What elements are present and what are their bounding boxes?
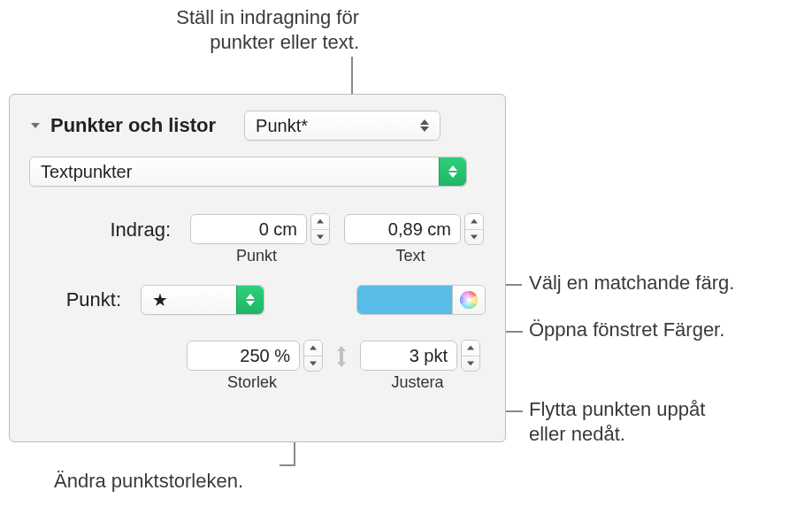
list-style-popup[interactable]: Punkt* xyxy=(244,111,440,141)
callout-move-bullet: Flytta punkten uppåteller nedåt. xyxy=(529,397,759,446)
bullet-indent-value[interactable]: 0 cm xyxy=(190,214,307,244)
list-style-value: Punkt* xyxy=(256,116,308,136)
updown-arrows-icon xyxy=(236,286,264,314)
bullets-lists-panel: Punkter och listor Punkt* Textpunkter In… xyxy=(9,94,506,442)
leader-line xyxy=(280,464,295,466)
chevron-down-icon xyxy=(29,119,42,132)
stepper-up-button[interactable] xyxy=(465,214,483,230)
size-sublabel: Storlek xyxy=(187,373,318,392)
stepper-down-button[interactable] xyxy=(462,356,479,372)
color-wheel-icon xyxy=(460,291,478,309)
color-picker-button[interactable] xyxy=(452,286,485,314)
size-value[interactable]: 250 % xyxy=(187,341,300,371)
bullet-symbol-popup[interactable]: ★ xyxy=(141,285,264,315)
callout-change-size: Ändra punktstorleken. xyxy=(54,469,243,494)
bullet-type-popup[interactable]: Textpunkter xyxy=(29,157,467,187)
callout-open-colors: Öppna fönstret Färger. xyxy=(529,318,724,342)
stepper-up-button[interactable] xyxy=(304,341,322,356)
text-indent-stepper[interactable] xyxy=(464,213,484,245)
text-indent-field[interactable]: 0,89 cm xyxy=(344,213,486,245)
callout-match-color: Välj en matchande färg. xyxy=(529,271,734,295)
bullet-type-value: Textpunkter xyxy=(41,162,132,182)
stepper-down-button[interactable] xyxy=(311,230,329,245)
bullet-symbol-value: ★ xyxy=(152,289,168,310)
align-value[interactable]: 3 pkt xyxy=(360,341,457,371)
bullet-label: Punkt: xyxy=(29,288,121,311)
updown-arrows-icon xyxy=(417,116,433,135)
align-sublabel: Justera xyxy=(360,373,475,392)
bullet-indent-sublabel: Punkt xyxy=(190,247,323,265)
svg-point-0 xyxy=(460,291,478,309)
size-stepper[interactable] xyxy=(303,340,323,372)
align-stepper[interactable] xyxy=(461,340,480,372)
stepper-down-button[interactable] xyxy=(465,230,483,245)
indent-label: Indrag: xyxy=(29,213,171,242)
size-field[interactable]: 250 % xyxy=(187,340,323,372)
vertical-align-icon xyxy=(332,340,351,372)
align-field[interactable]: 3 pkt xyxy=(360,340,480,372)
bullet-indent-stepper[interactable] xyxy=(310,213,330,245)
updown-arrows-icon xyxy=(439,157,466,186)
stepper-up-button[interactable] xyxy=(462,341,479,356)
bullet-color-well xyxy=(356,285,486,315)
section-title-text: Punkter och listor xyxy=(50,114,216,137)
stepper-up-button[interactable] xyxy=(311,214,329,230)
stepper-down-button[interactable] xyxy=(304,356,322,372)
bullet-indent-field[interactable]: 0 cm xyxy=(190,213,332,245)
text-indent-value[interactable]: 0,89 cm xyxy=(344,214,461,244)
text-indent-sublabel: Text xyxy=(344,247,477,265)
color-swatch-button[interactable] xyxy=(357,286,452,314)
section-header[interactable]: Punkter och listor xyxy=(29,114,216,137)
callout-indent: Ställ in indragning förpunkter eller tex… xyxy=(111,5,359,54)
